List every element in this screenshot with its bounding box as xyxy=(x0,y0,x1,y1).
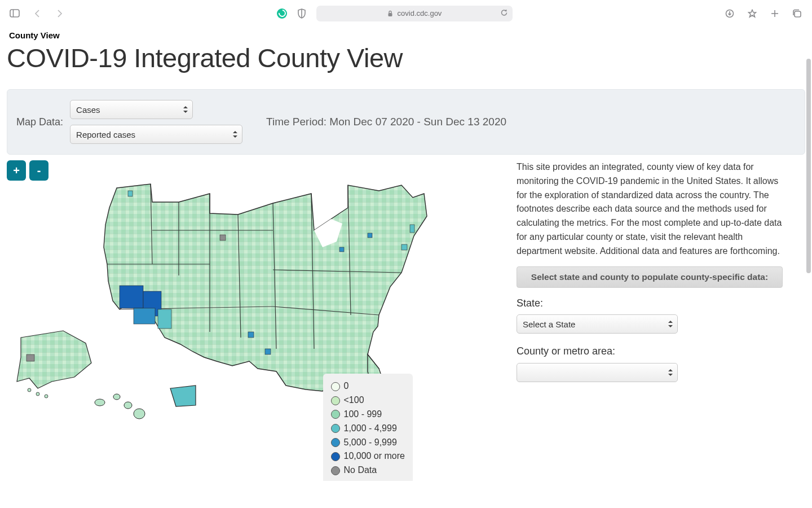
svg-rect-33 xyxy=(248,332,254,338)
zoom-out-button[interactable]: - xyxy=(29,160,48,181)
svg-marker-4 xyxy=(748,10,756,17)
time-period: Time Period: Mon Dec 07 2020 - Sun Dec 1… xyxy=(266,116,506,128)
svg-rect-0 xyxy=(10,10,19,17)
svg-rect-32 xyxy=(158,309,171,329)
svg-marker-11 xyxy=(233,135,237,138)
lock-icon xyxy=(387,10,393,17)
svg-rect-7 xyxy=(795,11,801,17)
svg-rect-36 xyxy=(368,233,372,238)
select-prompt: Select state and county to populate coun… xyxy=(517,266,783,288)
svg-rect-31 xyxy=(134,308,155,324)
svg-rect-2 xyxy=(388,13,392,16)
county-label: County or metro area: xyxy=(517,344,783,360)
svg-point-42 xyxy=(28,388,31,392)
scrollbar[interactable] xyxy=(806,59,811,273)
county-select[interactable] xyxy=(517,363,678,382)
svg-marker-51 xyxy=(668,325,673,327)
map-container: + - xyxy=(7,160,503,479)
state-label: State: xyxy=(517,296,783,312)
side-panel: This site provides an integrated, county… xyxy=(517,160,805,392)
page-content: County View COVID-19 Integrated County V… xyxy=(0,27,812,508)
tabs-icon[interactable] xyxy=(789,6,805,21)
chevron-updown-icon xyxy=(668,369,673,376)
page-title: COVID-19 Integrated County View xyxy=(7,40,805,89)
chevron-updown-icon xyxy=(183,106,188,113)
new-tab-icon[interactable] xyxy=(767,6,783,21)
back-button[interactable] xyxy=(29,6,45,21)
controls-panel: Map Data: Cases Reported cases Time Peri… xyxy=(7,89,805,155)
us-county-map[interactable] xyxy=(7,163,503,479)
state-select[interactable]: Select a State xyxy=(517,314,678,334)
svg-point-46 xyxy=(95,399,105,406)
svg-marker-52 xyxy=(668,369,673,371)
zoom-in-button[interactable]: + xyxy=(7,160,26,181)
svg-rect-38 xyxy=(410,225,414,233)
svg-marker-50 xyxy=(668,321,673,323)
svg-rect-37 xyxy=(401,244,407,250)
svg-point-43 xyxy=(36,392,39,396)
svg-rect-39 xyxy=(128,191,133,196)
svg-rect-29 xyxy=(120,286,143,308)
svg-marker-9 xyxy=(183,111,188,113)
svg-point-48 xyxy=(124,402,132,409)
breadcrumb[interactable]: County View xyxy=(7,27,805,40)
svg-rect-40 xyxy=(220,235,226,240)
metric-select[interactable]: Cases xyxy=(70,100,193,119)
downloads-icon[interactable] xyxy=(722,6,738,21)
url-text: covid.cdc.gov xyxy=(398,9,442,17)
map-legend: 0 <100 100 - 999 1,000 - 4,999 5,000 - 9… xyxy=(323,374,413,481)
svg-rect-35 xyxy=(339,247,344,252)
svg-point-49 xyxy=(134,409,145,419)
grammarly-icon[interactable] xyxy=(277,8,287,19)
submetric-select[interactable]: Reported cases xyxy=(70,125,242,144)
map-data-label: Map Data: xyxy=(16,116,63,128)
address-bar[interactable]: covid.cdc.gov xyxy=(316,6,512,21)
privacy-shield-icon[interactable] xyxy=(294,6,310,21)
svg-marker-10 xyxy=(233,131,237,133)
reload-icon[interactable] xyxy=(500,8,508,18)
sidebar-toggle-icon[interactable] xyxy=(7,6,23,21)
browser-toolbar: covid.cdc.gov xyxy=(0,0,812,27)
svg-rect-34 xyxy=(265,349,271,354)
chevron-updown-icon xyxy=(668,321,673,327)
site-description: This site provides an integrated, county… xyxy=(517,160,783,259)
svg-marker-53 xyxy=(668,374,673,376)
chevron-updown-icon xyxy=(233,131,237,138)
svg-point-44 xyxy=(45,395,48,398)
forward-button[interactable] xyxy=(52,6,68,21)
svg-rect-45 xyxy=(27,354,34,361)
svg-marker-8 xyxy=(183,106,188,108)
svg-point-47 xyxy=(113,394,120,400)
bookmark-icon[interactable] xyxy=(744,6,760,21)
